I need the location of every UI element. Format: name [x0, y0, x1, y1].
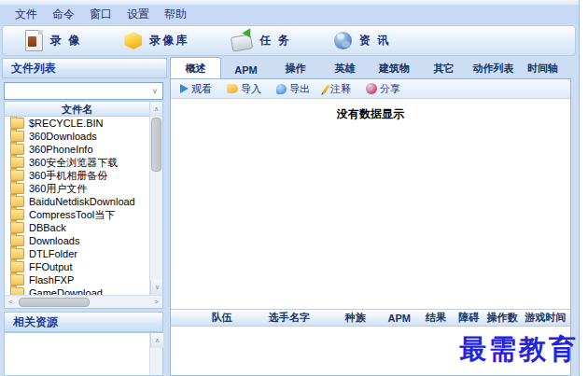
column-handicap[interactable]: 障碍: [454, 311, 484, 325]
list-item[interactable]: CompressTool当下: [5, 208, 149, 221]
recording-button[interactable]: 录 像: [16, 28, 91, 53]
import-button[interactable]: 导入: [221, 81, 267, 97]
list-item[interactable]: DTLFolder: [5, 247, 149, 260]
column-action-count[interactable]: 操作数: [484, 311, 520, 325]
column-player-name[interactable]: 选手名字: [248, 311, 330, 325]
scrollbar-thumb[interactable]: [151, 118, 161, 172]
column-result[interactable]: 结果: [418, 311, 454, 325]
folder-icon: [10, 222, 24, 233]
column-game-time[interactable]: 游戏时间: [520, 311, 570, 325]
app-window: 文件 命令 窗口 设置 帮助 录 像 录像库 任 务 资 讯 文件列表 ˅: [0, 0, 580, 376]
share-icon: [366, 83, 377, 94]
file-list-horizontal-scrollbar[interactable]: < >: [5, 295, 162, 308]
file-list-panel: 文件列表 ˅ 文件名 ∧ $RECYCLE.BIN 360Downloads 3…: [2, 58, 167, 376]
scrollbar-thumb[interactable]: [19, 298, 90, 307]
tab-action-list[interactable]: 动作列表: [469, 58, 518, 78]
news-button[interactable]: 资 讯: [325, 30, 399, 51]
folder-icon: [10, 209, 24, 220]
main-toolbar: 录 像 录像库 任 务 资 讯: [2, 25, 576, 56]
annotate-button-label: 注释: [330, 82, 351, 96]
list-item[interactable]: GameDownload: [5, 286, 149, 295]
column-apm[interactable]: APM: [381, 313, 418, 324]
folder-icon: [10, 144, 24, 155]
file-items: $RECYCLE.BIN 360Downloads 360PhoneInfo 3…: [5, 117, 149, 295]
tab-operations[interactable]: 操作: [271, 58, 320, 78]
recording-button-label: 录 像: [50, 33, 81, 49]
empty-data-message: 没有数据显示: [171, 106, 570, 122]
menu-settings[interactable]: 设置: [119, 5, 157, 24]
file-list-vertical-scrollbar[interactable]: ∨: [149, 117, 162, 295]
tab-timeline[interactable]: 时间轴: [518, 58, 567, 78]
list-item[interactable]: DBBack: [5, 221, 149, 234]
tab-heroes[interactable]: 英雄: [320, 58, 370, 78]
play-icon: [180, 84, 189, 93]
export-icon: [276, 84, 287, 94]
list-item[interactable]: 360手机相册备份: [5, 169, 149, 182]
tasks-button-label: 任 务: [259, 33, 290, 49]
folder-icon: [10, 131, 24, 142]
file-list-box: 文件名 ∧ $RECYCLE.BIN 360Downloads 360Phone…: [4, 101, 163, 309]
news-button-label: 资 讯: [359, 33, 390, 49]
column-team[interactable]: 队伍: [196, 311, 248, 325]
list-item[interactable]: FFOutput: [5, 260, 149, 273]
news-globe-icon: [334, 32, 352, 49]
folder-icon: [10, 248, 24, 259]
scroll-up-icon[interactable]: ∧: [149, 102, 162, 117]
path-combobox[interactable]: ˅: [4, 82, 163, 100]
list-item[interactable]: FlashFXP: [5, 273, 149, 286]
list-item[interactable]: 360PhoneInfo: [5, 143, 149, 156]
menu-help[interactable]: 帮助: [157, 5, 194, 24]
scroll-down-icon[interactable]: ∨: [150, 280, 162, 295]
watermark-text: 最需教育: [459, 331, 579, 369]
annotate-icon: [322, 84, 330, 94]
menu-command[interactable]: 命令: [45, 5, 82, 24]
recording-icon: [25, 30, 43, 51]
overview-content: 没有数据显示: [171, 99, 570, 309]
export-button-label: 导出: [289, 82, 310, 96]
watch-button[interactable]: 观看: [175, 81, 217, 97]
list-item[interactable]: $RECYCLE.BIN: [5, 117, 149, 130]
list-item[interactable]: 360Downloads: [5, 130, 149, 143]
detail-panel: 概述 APM 操作 英雄 建筑物 其它 动作列表 时间轴 观看 导入: [170, 58, 571, 376]
related-vertical-scrollbar[interactable]: ∧: [149, 333, 162, 375]
scroll-left-icon[interactable]: <: [5, 298, 17, 306]
tab-other[interactable]: 其它: [419, 58, 469, 78]
share-button[interactable]: 分享: [360, 81, 406, 97]
folder-icon: [10, 170, 24, 181]
tab-overview[interactable]: 概述: [170, 57, 221, 78]
chevron-down-icon[interactable]: ˅: [147, 87, 162, 96]
folder-icon: [10, 157, 24, 168]
library-button[interactable]: 录像库: [115, 30, 198, 51]
library-cube-icon: [124, 32, 142, 49]
detail-tabstrip: 概述 APM 操作 英雄 建筑物 其它 动作列表 时间轴: [170, 58, 571, 78]
column-race[interactable]: 种族: [330, 311, 381, 325]
export-button[interactable]: 导出: [271, 81, 315, 97]
folder-icon: [10, 287, 24, 295]
import-icon: [227, 84, 238, 93]
annotate-button[interactable]: 注释: [319, 81, 357, 97]
import-button-label: 导入: [241, 82, 261, 96]
tab-buildings[interactable]: 建筑物: [370, 58, 419, 78]
file-name-column-header[interactable]: 文件名: [5, 102, 149, 117]
list-item[interactable]: 360用户文件: [5, 182, 149, 195]
tab-apm[interactable]: APM: [221, 61, 271, 78]
scroll-up-icon[interactable]: ∧: [150, 333, 163, 348]
tasks-drive-icon: [231, 34, 253, 52]
related-resources-title: 相关资源: [4, 312, 163, 332]
action-toolbar: 观看 导入 导出 注释 分享: [171, 79, 570, 99]
tasks-button[interactable]: 任 务: [222, 30, 300, 52]
list-item[interactable]: Downloads: [5, 234, 149, 247]
file-list-title: 文件列表: [2, 58, 167, 78]
menu-file[interactable]: 文件: [7, 5, 45, 24]
players-table-header: 队伍 选手名字 种族 APM 结果 障碍 操作数 游戏时间: [171, 309, 570, 327]
folder-icon: [10, 183, 24, 194]
library-button-label: 录像库: [149, 33, 189, 49]
folder-icon: [10, 196, 24, 207]
list-item[interactable]: 360安全浏览器下载: [5, 156, 149, 169]
folder-icon: [10, 235, 24, 246]
menu-window[interactable]: 窗口: [82, 5, 119, 24]
folder-icon: [10, 118, 24, 129]
folder-icon: [10, 261, 24, 272]
scroll-right-icon[interactable]: >: [150, 298, 162, 306]
list-item[interactable]: BaiduNetdiskDownload: [5, 195, 149, 208]
